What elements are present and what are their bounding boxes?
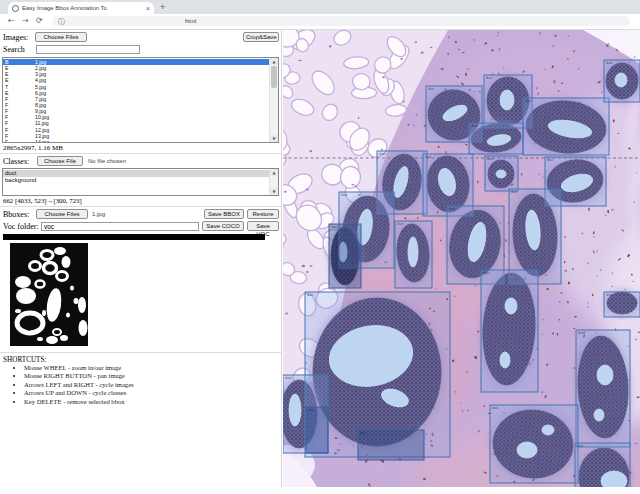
browser-tab[interactable]: Easy Image Bbox Annotation To ×	[8, 2, 154, 14]
bboxes-choose-files-button[interactable]: Choose Files	[36, 209, 88, 219]
shortcut-item: Mouse WHEEL - zoom in/out image	[24, 364, 134, 372]
bbox-annotation[interactable]	[575, 443, 630, 487]
control-panel: Images: Choose Files Crop&Save Search B1…	[0, 30, 282, 487]
favicon-icon	[12, 5, 19, 12]
bbox-annotation[interactable]	[329, 224, 361, 288]
bbox-label: duct	[308, 408, 314, 412]
divider	[0, 206, 281, 207]
bbox-label: duct	[487, 157, 493, 161]
classes-choose-file-button[interactable]: Choose File	[37, 156, 83, 166]
bbox-label: duct	[449, 207, 455, 211]
file-list-scrollbar[interactable]: ▲ ▼	[269, 58, 278, 142]
scroll-down-icon[interactable]: ▼	[270, 135, 278, 142]
save-coco-button[interactable]: Save COCO	[202, 221, 244, 231]
scroll-down-icon[interactable]: ▼	[270, 188, 278, 195]
scroll-up-icon[interactable]: ▲	[270, 169, 278, 176]
save-voc-button[interactable]: Save VOC	[247, 221, 279, 231]
url-text: html	[185, 18, 196, 24]
bbox-label: duct	[397, 222, 403, 226]
bbox-label: duct	[471, 124, 477, 128]
restore-button[interactable]: Restore	[247, 209, 279, 219]
bboxes-label: Bboxes:	[3, 210, 29, 219]
reload-icon[interactable]: ⟳	[36, 16, 43, 25]
bbox-label: duct	[606, 293, 612, 297]
shortcut-item: Key DELETE - remove selected bbox	[24, 398, 134, 406]
bbox-label: duct	[425, 155, 431, 159]
new-tab-button[interactable]: +	[160, 2, 165, 13]
file-list-item[interactable]: F14.jpg	[3, 139, 269, 143]
images-choose-files-button[interactable]: Choose Files	[35, 32, 87, 42]
bbox-label: duct	[483, 271, 489, 275]
browser-tab-bar: Easy Image Bbox Annotation To × +	[0, 0, 640, 14]
shortcut-item: Arrows UP and DOWN - cycle classes	[24, 389, 134, 397]
mask-strip	[3, 234, 265, 240]
bbox-label: duct	[577, 444, 583, 448]
page-info-icon[interactable]: ⓘ	[58, 17, 65, 27]
url-bar[interactable]: ⓘ html	[52, 16, 630, 26]
bbox-annotation[interactable]	[490, 405, 578, 483]
classes-label: Classes:	[3, 157, 29, 166]
bbox-label: duct	[360, 431, 366, 435]
classes-no-file-text: No file chosen	[88, 158, 126, 164]
shortcut-item: Mouse RIGHT BUTTON - pan image	[24, 372, 134, 380]
scroll-up-icon[interactable]: ▲	[270, 58, 278, 65]
voc-folder-input[interactable]	[41, 222, 199, 231]
bbox-annotation[interactable]	[481, 270, 538, 392]
forward-icon[interactable]: →	[22, 16, 29, 25]
mask-preview-image	[10, 243, 88, 346]
back-icon[interactable]: ←	[8, 16, 15, 25]
browser-toolbar: ← → ⟳ ⓘ html	[0, 14, 640, 30]
scrollbar-thumb[interactable]	[271, 66, 277, 88]
bbox-label: duct	[428, 87, 434, 91]
shortcuts-list: Mouse WHEEL - zoom in/out imageMouse RIG…	[16, 364, 134, 406]
bbox-label: duct	[606, 61, 612, 65]
bbox-annotation[interactable]	[358, 430, 424, 460]
shortcuts-title: SHORTCUTS:	[3, 356, 47, 364]
voc-folder-label: Voc folder:	[3, 222, 39, 231]
search-label: Search	[3, 45, 25, 54]
bbox-label: duct	[578, 331, 584, 335]
bbox-annotation[interactable]	[576, 330, 630, 447]
class-list-scrollbar[interactable]: ▲ ▼	[269, 169, 278, 195]
bbox-label: duct	[492, 406, 498, 410]
class-list-item[interactable]: background	[3, 177, 269, 184]
class-list[interactable]: ductbackground ▲ ▼	[2, 168, 279, 196]
bbox-label: duct	[379, 152, 385, 156]
image-file-list[interactable]: B1.jpgE2.jpgE3.jpgE4.jpgT5.jpgE6.jpgF7.j…	[2, 57, 279, 143]
divider	[0, 153, 281, 154]
bboxes-file-text: 1.jpg	[92, 211, 105, 217]
bbox-label: duct	[525, 99, 531, 103]
bbox-label: duct	[511, 190, 517, 194]
bbox-label: duct	[331, 225, 337, 229]
bbox-annotation[interactable]	[604, 60, 640, 102]
bbox-label: duct	[486, 76, 492, 80]
annotation-canvas[interactable]: ductductductductductductductductductduct…	[283, 30, 640, 487]
bbox-label: duct	[547, 158, 553, 162]
image-size-info: 2865x2997, 1.16 MB	[3, 144, 63, 152]
tab-title: Easy Image Bbox Annotation To	[22, 5, 144, 11]
search-input[interactable]	[36, 45, 140, 54]
images-label: Images:	[3, 33, 28, 42]
bbox-label: duct	[307, 293, 313, 297]
class-list-item[interactable]: duct	[3, 170, 269, 177]
tab-close-icon[interactable]: ×	[146, 5, 150, 12]
bbox-label: duct	[341, 193, 347, 197]
shortcut-item: Arrows LEFT and RIGHT - cycle images	[24, 381, 134, 389]
bbox-annotation[interactable]	[306, 407, 328, 453]
divider	[0, 352, 281, 353]
bbox-annotation[interactable]	[523, 98, 609, 155]
bbox-annotation[interactable]	[395, 221, 432, 288]
crop-save-button[interactable]: Crop&Save	[243, 32, 279, 42]
save-bbox-button[interactable]: Save BBOX	[204, 209, 244, 219]
histology-image: ductductductductductductductductductduct…	[283, 30, 640, 487]
bbox-coords-info: 662 [4033, 523]→[300, 723]	[3, 197, 82, 204]
bbox-label: duct	[285, 376, 291, 380]
bbox-annotation[interactable]	[485, 156, 518, 191]
